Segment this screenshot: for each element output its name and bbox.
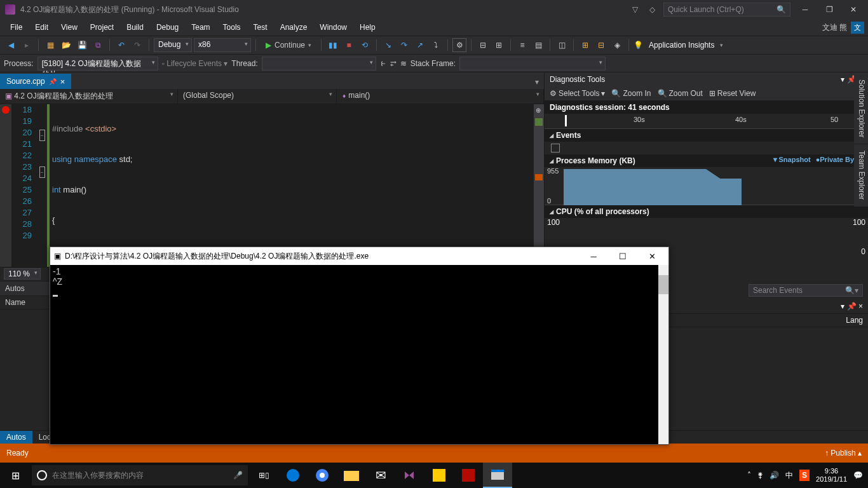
scrollbar-thumb[interactable] [658, 275, 668, 294]
config-dropdown[interactable]: Debug [154, 38, 192, 52]
pin-icon[interactable]: 📌 [847, 302, 857, 311]
process-dropdown[interactable]: [5180] 4.2 OJ编程题输入数据的处 [37, 57, 158, 71]
app-insights-button[interactable]: Application Insights [645, 41, 718, 50]
dropdown-icon[interactable]: ▾ [841, 75, 844, 84]
save-all-icon[interactable]: ⧉ [91, 38, 105, 52]
open-file-icon[interactable]: 📂 [59, 38, 73, 52]
nav-project-dropdown[interactable]: ▣ 4.2 OJ编程题输入数据的处理 [0, 89, 178, 104]
tab-close-icon[interactable]: × [60, 77, 65, 86]
new-project-icon[interactable]: ▦ [43, 38, 57, 52]
col-name[interactable]: Name [5, 298, 25, 307]
quick-launch-input[interactable]: Quick Launch (Ctrl+Q) 🔍 [663, 3, 790, 17]
memory-header[interactable]: Process Memory (KB) ▼Snapshot ●Private B… [545, 154, 868, 167]
minimize-button[interactable]: ─ [796, 3, 815, 17]
search-events-input[interactable]: Search Events 🔍▾ [749, 284, 863, 297]
menu-edit[interactable]: Edit [29, 20, 55, 34]
visual-studio-icon[interactable] [395, 463, 424, 488]
tab-overflow-icon[interactable]: ▾ [530, 75, 544, 89]
menu-analyze[interactable]: Analyze [274, 20, 314, 34]
thread-icon-2[interactable]: ⥂ [390, 59, 397, 68]
menu-test[interactable]: Test [247, 20, 274, 34]
menu-file[interactable]: File [4, 20, 29, 34]
fold-icon[interactable]: − [39, 130, 45, 141]
user-name[interactable]: 文迪 熊 [822, 22, 847, 33]
nav-fwd-icon[interactable]: ▸ [20, 38, 34, 52]
tool-icon-2[interactable]: ⊞ [492, 38, 506, 52]
wifi-icon[interactable]: ⚵ [757, 471, 763, 480]
user-badge[interactable]: 文 [851, 22, 864, 34]
tool-icon-3[interactable]: ≡ [515, 38, 529, 52]
tool-icon-7[interactable]: ⊟ [594, 38, 608, 52]
thread-icon-1[interactable]: ⥼ [380, 59, 386, 68]
console-maximize[interactable]: ☐ [610, 252, 635, 261]
timeline[interactable]: 30s 40s 50 [545, 114, 868, 129]
menu-view[interactable]: View [55, 20, 84, 34]
console-task-icon[interactable] [483, 463, 512, 488]
tool-icon-1[interactable]: ⊟ [476, 38, 490, 52]
console-close[interactable]: ✕ [639, 252, 665, 261]
events-header[interactable]: Events [545, 129, 868, 142]
step-over-icon[interactable]: ↷ [397, 38, 411, 52]
continue-button[interactable]: ▶ Continue ▾ [261, 39, 316, 51]
select-tools-button[interactable]: ⚙Select Tools ▾ [550, 89, 605, 98]
break-all-icon[interactable]: ▮▮ [326, 38, 340, 52]
feedback-icon[interactable]: ◇ [646, 3, 658, 16]
clock[interactable]: 9:36 2019/1/11 [816, 467, 847, 484]
tab-solution-explorer[interactable]: Solution Explorer [854, 73, 868, 144]
save-icon[interactable]: 💾 [75, 38, 89, 52]
nav-scope-dropdown[interactable]: (Global Scope) [178, 89, 337, 104]
zoom-out-button[interactable]: 🔍Zoom Out [658, 89, 703, 98]
step-out-icon[interactable]: ↗ [413, 38, 427, 52]
adobe-reader-icon[interactable] [454, 463, 483, 488]
close-button[interactable]: ✕ [844, 3, 863, 17]
code-editor[interactable]: 181920 212223 242526 272829 − − #include… [0, 104, 544, 267]
sogou-icon[interactable]: S [799, 470, 810, 481]
code-content[interactable]: #include <cstdio> using namespace std; i… [50, 104, 544, 267]
menu-help[interactable]: Help [353, 20, 382, 34]
menu-debug[interactable]: Debug [150, 20, 185, 34]
menu-build[interactable]: Build [120, 20, 150, 34]
menu-team[interactable]: Team [185, 20, 216, 34]
platform-dropdown[interactable]: x86 [194, 38, 251, 52]
taskbar-search[interactable]: 在这里输入你要搜索的内容 🎤 [32, 465, 248, 485]
notifications-icon[interactable]: ▽ [629, 3, 641, 16]
cpu-header[interactable]: CPU (% of all processors) [545, 205, 868, 218]
tool-icon-5[interactable]: ◫ [555, 38, 569, 52]
tool-icon-6[interactable]: ⊞ [578, 38, 592, 52]
tab-source-cpp[interactable]: Source.cpp 📌 × [0, 74, 71, 89]
col-lang[interactable]: Lang [846, 316, 863, 325]
tab-autos[interactable]: Autos [0, 431, 32, 444]
edge-icon[interactable] [278, 463, 308, 488]
redo-icon[interactable]: ↷ [130, 38, 144, 52]
thread-icon-3[interactable]: ≋ [400, 59, 407, 68]
menu-tools[interactable]: Tools [217, 20, 247, 34]
dropdown-icon[interactable]: ▾ [841, 302, 844, 311]
restart-icon[interactable]: ⟲ [358, 38, 372, 52]
undo-icon[interactable]: ↶ [114, 38, 128, 52]
step-into-icon[interactable]: ↘ [381, 38, 395, 52]
zoom-in-button[interactable]: 🔍Zoom In [611, 89, 651, 98]
zoom-dropdown[interactable]: 110 % [4, 268, 41, 280]
thread-dropdown[interactable] [262, 57, 376, 71]
snapshot-legend[interactable]: ▼Snapshot [772, 156, 811, 163]
pin-icon[interactable]: 📌 [49, 78, 57, 85]
restore-button[interactable]: ❐ [820, 3, 839, 17]
console-minimize[interactable]: ─ [581, 252, 606, 261]
menu-window[interactable]: Window [313, 20, 353, 34]
stop-icon[interactable]: ■ [342, 38, 356, 52]
potplayer-icon[interactable] [424, 463, 454, 488]
step-icon[interactable]: ⤵ [429, 38, 443, 52]
editor-scrollbar[interactable]: ⊕ [534, 104, 544, 267]
tab-team-explorer[interactable]: Team Explorer [854, 144, 868, 207]
exception-settings-icon[interactable]: ⚙ [452, 38, 466, 52]
tool-icon-4[interactable]: ▤ [531, 38, 545, 52]
explorer-icon[interactable] [337, 463, 366, 488]
mic-icon[interactable]: 🎤 [233, 471, 243, 480]
ime-icon[interactable]: 中 [785, 470, 793, 481]
close-icon[interactable]: × [858, 302, 863, 311]
fold-icon[interactable]: − [39, 166, 45, 178]
memory-chart[interactable]: 955 0 955 0 [545, 167, 868, 205]
console-titlebar[interactable]: ▣ D:\程序设计与算法\4.2 OJ编程题输入数据的处理\Debug\4.2 … [50, 247, 668, 265]
fold-gutter[interactable]: − − [37, 104, 47, 267]
menu-project[interactable]: Project [84, 20, 120, 34]
